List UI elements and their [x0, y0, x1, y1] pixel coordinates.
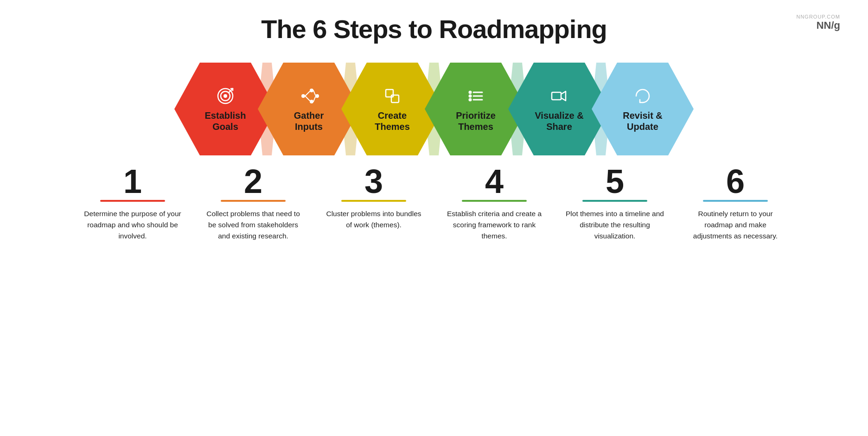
- step-3-number: 3: [364, 165, 383, 198]
- step-5-number: 5: [606, 165, 624, 198]
- svg-point-17: [468, 95, 472, 98]
- network-icon: [299, 86, 319, 106]
- step-4-divider: [462, 200, 527, 202]
- svg-line-11: [305, 96, 310, 101]
- step-4-col: 4 Establish criteria and create a scorin…: [434, 165, 555, 242]
- step-1-desc: Determine the purpose of your roadmap an…: [82, 208, 184, 242]
- branding-logo: NN/g: [796, 19, 840, 32]
- svg-point-6: [301, 94, 305, 98]
- step-5-desc: Plot themes into a timeline and distribu…: [564, 208, 666, 242]
- step-3-divider: [341, 200, 406, 202]
- page-title: The 6 Steps to Roadmapping: [261, 14, 607, 44]
- svg-rect-14: [386, 90, 393, 97]
- step-2-number: 2: [244, 165, 262, 198]
- step-6-col: 6 Routinely return to your roadmap and m…: [675, 165, 796, 242]
- step-4-desc: Establish criteria and create a scoring …: [443, 208, 545, 242]
- list-icon: [466, 86, 486, 106]
- svg-rect-22: [552, 92, 561, 100]
- step-3-col: 3 Cluster problems into bundles of work …: [313, 165, 434, 242]
- step-2-col: 2 Collect problems that need to be solve…: [193, 165, 313, 242]
- step-2-label: GatherInputs: [294, 110, 324, 132]
- step-4-label: PrioritizeThemes: [456, 110, 496, 132]
- step-6-label: Revisit &Update: [623, 110, 663, 132]
- svg-rect-15: [391, 95, 399, 103]
- refresh-icon: [632, 86, 653, 106]
- branding: NNGROUP.COM NN/g: [796, 14, 840, 32]
- step-1-number: 1: [123, 165, 142, 198]
- svg-line-13: [313, 97, 315, 102]
- step-6-divider: [703, 200, 768, 202]
- step-1-col: 1 Determine the purpose of your roadmap …: [72, 165, 193, 242]
- svg-point-16: [468, 91, 472, 94]
- svg-line-12: [313, 90, 315, 95]
- step-1-divider: [100, 200, 165, 202]
- stack-icon: [382, 86, 402, 106]
- step-2-divider: [221, 200, 286, 202]
- step-5-divider: [582, 200, 647, 202]
- step-6-number: 6: [726, 165, 745, 198]
- steps-hexagons-row: EstablishGoals: [174, 63, 694, 155]
- step-2-desc: Collect problems that need to be solved …: [202, 208, 304, 242]
- step-5-col: 5 Plot themes into a timeline and distri…: [555, 165, 675, 242]
- svg-line-10: [305, 91, 310, 96]
- svg-point-8: [310, 100, 313, 103]
- step-6-desc: Routinely return to your roadmap and mak…: [684, 208, 786, 242]
- step-5-label: Visualize &Share: [535, 110, 583, 132]
- branding-site: NNGROUP.COM: [796, 14, 840, 19]
- svg-point-18: [468, 98, 472, 102]
- step-3-desc: Cluster problems into bundles of work (t…: [323, 208, 425, 231]
- step-3-label: CreateThemes: [375, 110, 410, 132]
- target-icon: [215, 86, 236, 106]
- step-4-number: 4: [485, 165, 504, 198]
- svg-point-7: [310, 89, 313, 92]
- svg-point-2: [223, 94, 227, 98]
- page-container: NNGROUP.COM NN/g The 6 Steps to Roadmapp…: [0, 0, 868, 436]
- share-icon: [549, 86, 569, 106]
- step-1-label: EstablishGoals: [205, 110, 246, 132]
- svg-point-9: [315, 94, 319, 98]
- numbers-row: 1 Determine the purpose of your roadmap …: [28, 165, 840, 242]
